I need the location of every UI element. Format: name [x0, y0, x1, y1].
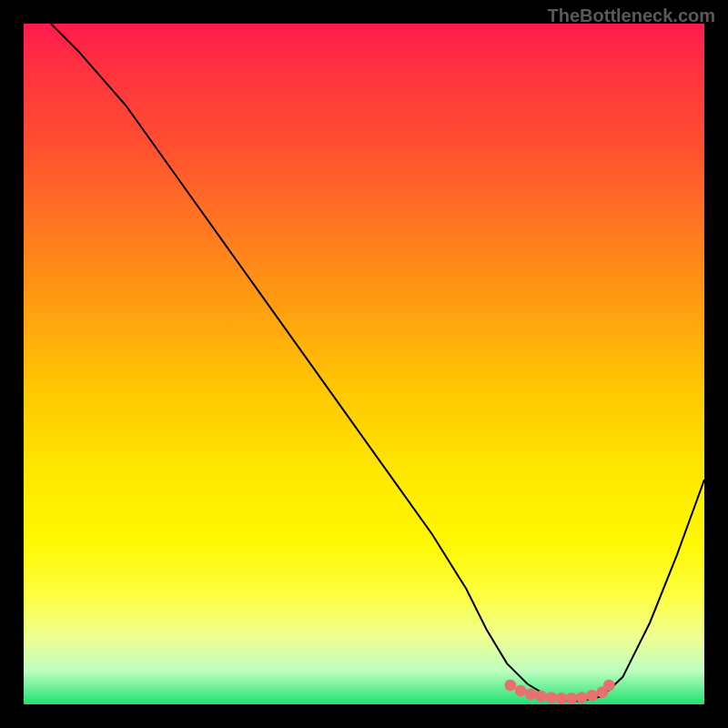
highlight-dot	[545, 692, 557, 703]
highlight-dot	[504, 680, 516, 692]
highlight-dot	[586, 690, 598, 702]
highlight-dot	[556, 693, 568, 704]
highlight-dot	[535, 691, 547, 703]
highlight-dot	[576, 692, 588, 703]
plot-area	[24, 24, 704, 704]
highlight-markers	[504, 680, 614, 704]
curve-line	[51, 24, 704, 701]
highlight-dot	[603, 680, 615, 692]
highlight-dot	[525, 688, 537, 700]
highlight-dot	[515, 685, 527, 697]
chart-svg	[24, 24, 704, 704]
highlight-dot	[566, 693, 578, 704]
watermark-text: TheBottleneck.com	[548, 5, 715, 26]
